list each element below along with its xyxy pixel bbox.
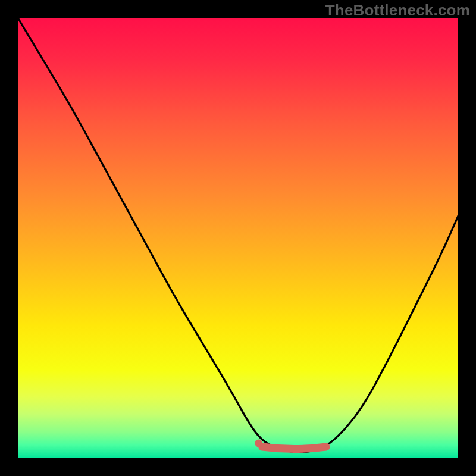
bottleneck-curve xyxy=(18,18,458,452)
curve-layer xyxy=(18,18,458,458)
watermark-text: TheBottleneck.com xyxy=(325,1,470,20)
plot-area xyxy=(18,18,458,458)
chart-frame: TheBottleneck.com xyxy=(0,0,476,476)
highlight-band xyxy=(262,447,326,449)
highlight-start-dot xyxy=(255,440,262,447)
